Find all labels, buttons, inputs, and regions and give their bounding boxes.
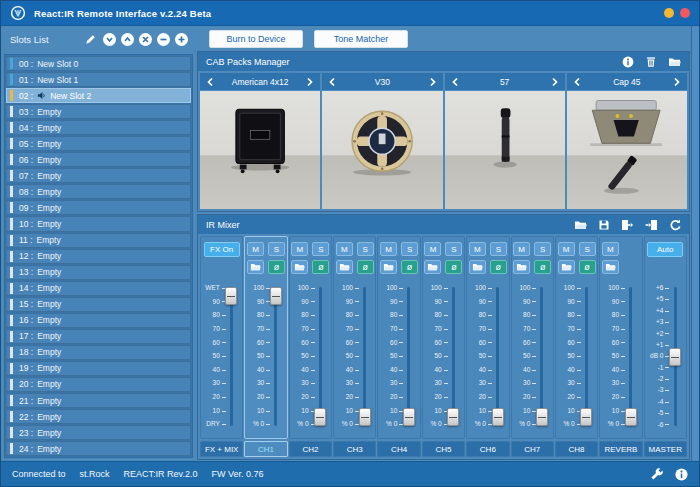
solo-button-ch1[interactable]: S bbox=[268, 242, 285, 256]
fader-handle-ch5[interactable] bbox=[447, 408, 459, 426]
move-down-icon[interactable] bbox=[103, 33, 116, 46]
slot-item-16[interactable]: 16 :Empty bbox=[6, 313, 191, 328]
cab-prev-button[interactable] bbox=[573, 77, 582, 87]
mute-button-ch2[interactable]: M bbox=[291, 242, 308, 256]
strip-tab-ch6[interactable]: CH6 bbox=[466, 441, 509, 457]
slot-item-05[interactable]: 05 :Empty bbox=[6, 136, 191, 151]
solo-button-ch5[interactable]: S bbox=[445, 242, 462, 256]
load-ir-button-reverb[interactable] bbox=[602, 260, 619, 274]
close-button[interactable] bbox=[680, 8, 690, 18]
cab-next-button[interactable] bbox=[550, 77, 559, 87]
strip-tab-ch3[interactable]: CH3 bbox=[333, 441, 376, 457]
mute-button-ch7[interactable]: M bbox=[513, 242, 530, 256]
slot-item-23[interactable]: 23 :Empty bbox=[6, 425, 191, 440]
move-up-icon[interactable] bbox=[121, 33, 134, 46]
phase-invert-button-ch4[interactable]: ø bbox=[401, 260, 418, 274]
remove-icon[interactable] bbox=[157, 33, 170, 46]
fader-track-ch6[interactable] bbox=[496, 287, 499, 426]
slot-item-22[interactable]: 22 :Empty bbox=[6, 409, 191, 424]
cab-next-button[interactable] bbox=[305, 77, 314, 87]
slot-item-11[interactable]: 11 :Empty bbox=[6, 233, 191, 248]
fader-handle-reverb[interactable] bbox=[625, 408, 637, 426]
burn-to-device-button[interactable]: Burn to Device bbox=[209, 30, 303, 48]
slot-item-02[interactable]: 02 :New Slot 2 bbox=[6, 88, 191, 103]
slot-item-01[interactable]: 01 :New Slot 1 bbox=[6, 72, 191, 87]
fader-track-ch8[interactable] bbox=[585, 287, 588, 426]
load-ir-button-ch4[interactable] bbox=[380, 260, 397, 274]
slot-item-21[interactable]: 21 :Empty bbox=[6, 393, 191, 408]
tone-matcher-button[interactable]: Tone Matcher bbox=[314, 30, 408, 48]
slot-item-15[interactable]: 15 :Empty bbox=[6, 297, 191, 312]
phase-invert-button-ch7[interactable]: ø bbox=[534, 260, 551, 274]
info-icon[interactable] bbox=[675, 468, 688, 481]
fader-track-reverb[interactable] bbox=[629, 287, 632, 426]
load-ir-button-ch6[interactable] bbox=[469, 260, 486, 274]
open-folder-icon[interactable] bbox=[574, 219, 587, 231]
minimize-button[interactable] bbox=[664, 8, 674, 18]
load-ir-button-ch5[interactable] bbox=[424, 260, 441, 274]
slot-item-19[interactable]: 19 :Empty bbox=[6, 361, 191, 376]
mute-button-ch6[interactable]: M bbox=[469, 242, 486, 256]
load-ir-button-ch8[interactable] bbox=[558, 260, 575, 274]
mute-button-ch8[interactable]: M bbox=[558, 242, 575, 256]
slot-item-13[interactable]: 13 :Empty bbox=[6, 265, 191, 280]
export-icon[interactable] bbox=[621, 219, 634, 231]
slot-item-06[interactable]: 06 :Empty bbox=[6, 152, 191, 167]
wrench-icon[interactable] bbox=[650, 468, 663, 481]
fxmix-fx_on-button[interactable]: FX On bbox=[204, 242, 240, 257]
slot-item-20[interactable]: 20 :Empty bbox=[6, 377, 191, 392]
strip-tab-ch4[interactable]: CH4 bbox=[377, 441, 420, 457]
fader-track-fxmix[interactable] bbox=[230, 287, 233, 426]
load-ir-button-ch7[interactable] bbox=[513, 260, 530, 274]
cab-prev-button[interactable] bbox=[328, 77, 337, 87]
solo-button-ch6[interactable]: S bbox=[490, 242, 507, 256]
master-auto-button[interactable]: Auto bbox=[647, 242, 683, 257]
phase-invert-button-ch8[interactable]: ø bbox=[579, 260, 596, 274]
fader-handle-ch8[interactable] bbox=[580, 408, 592, 426]
mute-button-ch3[interactable]: M bbox=[336, 242, 353, 256]
fader-handle-ch7[interactable] bbox=[536, 408, 548, 426]
slot-item-18[interactable]: 18 :Empty bbox=[6, 345, 191, 360]
fader-track-ch7[interactable] bbox=[540, 287, 543, 426]
slot-item-17[interactable]: 17 :Empty bbox=[6, 329, 191, 344]
save-icon[interactable] bbox=[598, 219, 610, 231]
info-icon[interactable] bbox=[622, 56, 634, 68]
slot-item-04[interactable]: 04 :Empty bbox=[6, 120, 191, 135]
strip-tab-ch5[interactable]: CH5 bbox=[422, 441, 465, 457]
slot-item-10[interactable]: 10 :Empty bbox=[6, 216, 191, 231]
trash-icon[interactable] bbox=[645, 56, 657, 68]
phase-invert-button-ch6[interactable]: ø bbox=[490, 260, 507, 274]
mute-button-ch1[interactable]: M bbox=[247, 242, 264, 256]
load-ir-button-ch1[interactable] bbox=[247, 260, 264, 274]
folder-icon[interactable] bbox=[668, 56, 681, 68]
mute-button-ch5[interactable]: M bbox=[424, 242, 441, 256]
slot-item-09[interactable]: 09 :Empty bbox=[6, 200, 191, 215]
strip-tab-ch7[interactable]: CH7 bbox=[511, 441, 554, 457]
phase-invert-button-ch1[interactable]: ø bbox=[268, 260, 285, 274]
fader-track-ch1[interactable] bbox=[274, 287, 277, 426]
fader-handle-ch3[interactable] bbox=[359, 408, 371, 426]
fader-handle-master[interactable] bbox=[669, 348, 681, 366]
strip-tab-ch2[interactable]: CH2 bbox=[289, 441, 332, 457]
slot-item-14[interactable]: 14 :Empty bbox=[6, 281, 191, 296]
cab-prev-button[interactable] bbox=[206, 77, 215, 87]
strip-tab-ch1[interactable]: CH1 bbox=[244, 441, 287, 457]
cab-prev-button[interactable] bbox=[451, 77, 460, 87]
delete-icon[interactable] bbox=[139, 33, 152, 46]
add-icon[interactable] bbox=[175, 33, 188, 46]
fader-handle-ch4[interactable] bbox=[403, 408, 415, 426]
slot-item-00[interactable]: 00 :New Slot 0 bbox=[6, 56, 191, 71]
cab-next-button[interactable] bbox=[672, 77, 681, 87]
fader-track-ch3[interactable] bbox=[363, 287, 366, 426]
refresh-icon[interactable] bbox=[669, 219, 681, 231]
edit-icon[interactable] bbox=[84, 32, 98, 46]
strip-tab-master[interactable]: MASTER bbox=[644, 441, 687, 457]
strip-tab-reverb[interactable]: REVERB bbox=[599, 441, 642, 457]
fader-track-ch5[interactable] bbox=[452, 287, 455, 426]
solo-button-ch4[interactable]: S bbox=[401, 242, 418, 256]
slot-item-08[interactable]: 08 :Empty bbox=[6, 184, 191, 199]
fader-track-ch2[interactable] bbox=[319, 287, 322, 426]
cab-next-button[interactable] bbox=[428, 77, 437, 87]
slot-item-07[interactable]: 07 :Empty bbox=[6, 168, 191, 183]
load-ir-button-ch2[interactable] bbox=[291, 260, 308, 274]
